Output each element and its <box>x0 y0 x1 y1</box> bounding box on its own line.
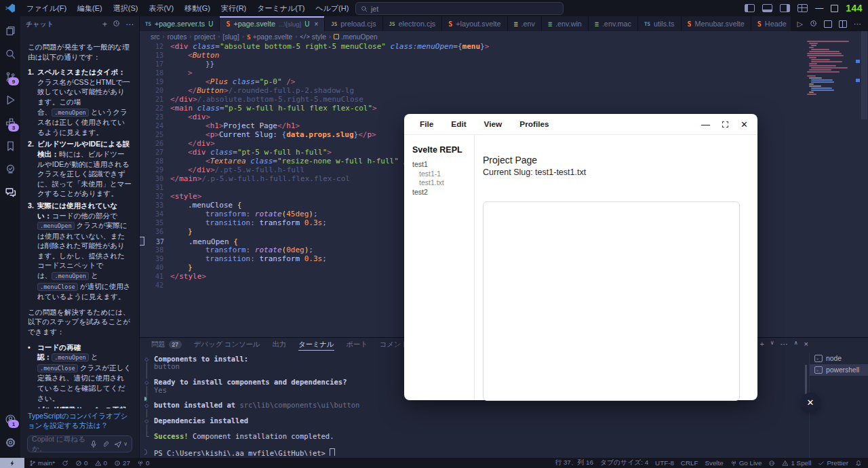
editor-tab[interactable]: ≡.env <box>508 16 542 31</box>
menu-item[interactable]: ターミナル(T) <box>252 3 310 14</box>
ports[interactable]: 0 <box>134 458 153 468</box>
git-branch[interactable]: main* <box>26 458 58 468</box>
menu-item[interactable]: ファイル(F) <box>21 3 72 14</box>
tree-item[interactable]: test1-1 <box>412 170 474 179</box>
chat-more-icon[interactable]: ⋯ <box>125 20 134 29</box>
cursor-position[interactable]: 行 37、列 16 <box>551 459 597 467</box>
app-menu-item[interactable]: Edit <box>442 119 475 129</box>
app-fullscreen-icon[interactable] <box>722 121 729 128</box>
app-menu-item[interactable]: File <box>411 119 442 129</box>
testing-icon[interactable] <box>1 159 20 179</box>
new-terminal-icon[interactable]: + <box>760 340 764 349</box>
new-chat-icon[interactable]: + <box>102 20 107 29</box>
editor-tab[interactable]: ≡.env.win <box>542 16 589 31</box>
run-file-icon[interactable]: ▷ <box>797 20 803 28</box>
terminal-instance[interactable]: >_node <box>810 353 868 364</box>
tree-item[interactable]: test1 <box>412 160 474 170</box>
tree-item[interactable]: test2 <box>412 188 474 197</box>
menu-item[interactable]: 選択(S) <box>108 3 144 14</box>
chat-icon[interactable] <box>1 182 20 202</box>
split-editor-icon[interactable] <box>839 20 847 28</box>
bookmarks-icon[interactable] <box>1 136 20 156</box>
indentation[interactable]: タブのサイズ: 4 <box>597 459 652 467</box>
breadcrumb-item[interactable]: .menuOpen <box>341 33 378 41</box>
customize-layout-icon[interactable] <box>797 4 808 12</box>
terminal-dropdown-icon[interactable]: ∨ <box>770 340 774 349</box>
account-icon[interactable]: 1 <box>1 409 20 429</box>
app-minimize-icon[interactable]: — <box>701 119 710 130</box>
editor-tab[interactable]: JSelectron.cjs <box>383 16 443 31</box>
go-live[interactable]: Go Live <box>727 459 766 467</box>
panel-tab[interactable]: 出力 <box>267 338 292 351</box>
encoding[interactable]: UTF-8 <box>652 459 677 467</box>
open-changes-icon[interactable] <box>824 20 832 28</box>
git-sync[interactable] <box>58 458 72 468</box>
menu-item[interactable]: 移動(G) <box>179 3 216 14</box>
editor-tab[interactable]: TSutils.ts <box>638 16 682 31</box>
chat-history-icon[interactable] <box>113 20 120 29</box>
panel-more-icon[interactable]: ⋯ <box>781 340 788 349</box>
app-close-icon[interactable]: ✕ <box>741 119 748 130</box>
restore-icon[interactable] <box>831 5 838 12</box>
errors[interactable]: 0 <box>72 458 91 468</box>
editor-tab[interactable]: S+layout.svelte <box>442 16 507 31</box>
editor-tab[interactable]: SMenubar.svelte <box>682 16 751 31</box>
menu-fab-button[interactable]: ✕ <box>801 393 820 412</box>
chat-input[interactable]: Copilot に尋ねるか、 ∨ <box>27 435 132 452</box>
minimap[interactable] <box>807 41 850 98</box>
breadcrumb[interactable]: src›routes›project›[slug]›S+page.svelte›… <box>139 31 868 42</box>
menu-item[interactable]: 編集(E) <box>72 3 108 14</box>
infos[interactable]: 27 <box>111 458 134 468</box>
settings-gear-icon[interactable] <box>1 432 20 452</box>
terminal-instance[interactable]: >_powershell <box>810 364 868 376</box>
copilot[interactable] <box>765 460 778 467</box>
toggle-panel-icon[interactable] <box>762 4 772 12</box>
editor-tab[interactable]: JSpreload.cjs <box>325 16 382 31</box>
panel-tab[interactable]: ポート <box>341 338 373 351</box>
chat-followup-suggestion[interactable]: TypeScriptのコンパイラオプションを設定する方法は？ <box>20 408 139 434</box>
toggle-secondary-sidebar-icon[interactable] <box>780 4 790 12</box>
notifications[interactable] <box>852 460 865 467</box>
panel-tab[interactable]: ターミナル <box>293 338 339 351</box>
breadcrumb-item[interactable]: project <box>194 33 215 41</box>
remote-indicator[interactable] <box>0 458 24 468</box>
menu-item[interactable]: ヘルプ(H) <box>310 3 354 14</box>
editor-scrollbar[interactable] <box>861 31 867 119</box>
editor-tab[interactable]: ≡.env.mac <box>589 16 638 31</box>
breadcrumb-item[interactable]: [slug] <box>222 33 239 41</box>
editor-more-icon[interactable]: ⋯ <box>854 20 861 28</box>
menu-item[interactable]: 表示(V) <box>143 3 179 14</box>
maximize-panel-icon[interactable]: ∧ <box>794 340 798 349</box>
minimize-icon[interactable]: — <box>815 3 823 13</box>
spell-checker[interactable]: 1 Spell <box>778 459 814 467</box>
breadcrumb-item[interactable]: src <box>151 33 160 41</box>
app-menu-item[interactable]: View <box>475 119 511 129</box>
extensions-icon[interactable]: 3 <box>1 113 20 133</box>
tab-close-icon[interactable]: × <box>314 20 318 28</box>
search-icon[interactable] <box>1 43 20 64</box>
explorer-icon[interactable] <box>1 20 20 41</box>
breadcrumb-item[interactable]: +page.svelte <box>253 33 293 41</box>
language-mode[interactable]: Svelte <box>701 459 726 467</box>
command-center-search[interactable]: jet <box>355 2 564 15</box>
breadcrumb-item[interactable]: routes <box>167 33 187 41</box>
editor-tab[interactable]: TS+page.server.tsU <box>139 16 220 31</box>
source-control-icon[interactable]: 9 <box>1 66 20 87</box>
mic-icon[interactable] <box>90 440 98 448</box>
menu-item[interactable]: 実行(R) <box>216 3 252 14</box>
timeline-icon[interactable] <box>810 20 817 28</box>
send-options-chevron-icon[interactable]: ∨ <box>123 441 127 447</box>
panel-tab[interactable]: デバッグ コンソール <box>189 338 265 351</box>
toggle-sidebar-icon[interactable] <box>745 4 755 12</box>
attach-icon[interactable] <box>102 440 110 448</box>
tree-item[interactable]: test1.txt <box>412 178 474 188</box>
breadcrumb-item[interactable]: style <box>312 33 326 41</box>
eol[interactable]: CRLF <box>677 459 702 467</box>
run-debug-icon[interactable] <box>1 90 20 110</box>
send-icon[interactable] <box>114 440 122 448</box>
app-menu-item[interactable]: Profiles <box>511 119 557 129</box>
close-panel-icon[interactable]: × <box>804 340 808 349</box>
panel-tab[interactable]: 問題27 <box>146 338 187 351</box>
editor-tab[interactable]: S+page.svelte...\[slug]U× <box>220 16 325 31</box>
app-textarea[interactable] <box>483 201 740 401</box>
